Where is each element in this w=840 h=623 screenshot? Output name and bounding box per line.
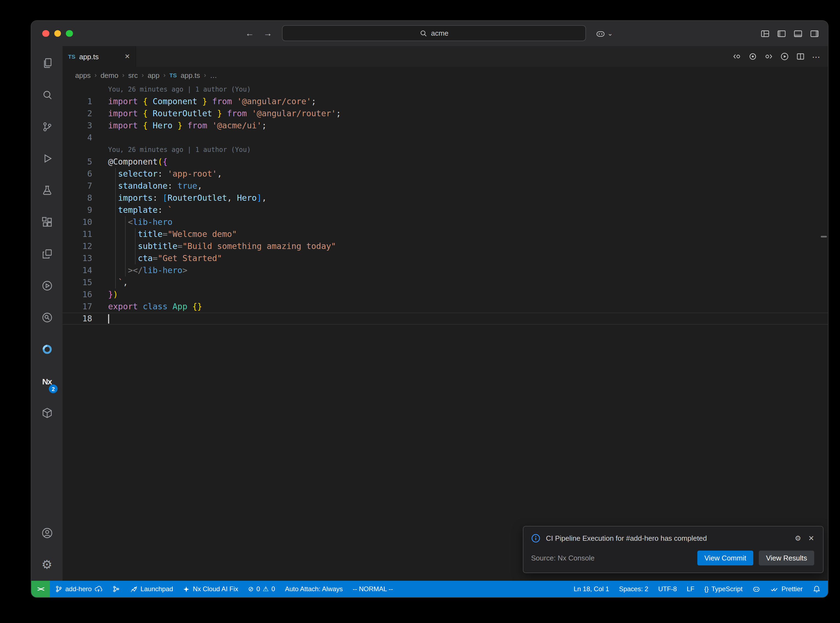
notification-source: Source: Nx Console: [531, 554, 697, 562]
sidebar-item-explorer[interactable]: [31, 47, 63, 79]
text-cursor: [108, 314, 109, 324]
code-text: imports: [RouterOutlet, Hero],: [108, 192, 267, 204]
sidebar-item-testing[interactable]: [31, 174, 63, 206]
sidebar-item-source-control[interactable]: [31, 111, 63, 143]
copilot-status-item[interactable]: [748, 581, 766, 597]
close-tab-icon[interactable]: ✕: [124, 53, 130, 60]
line-number: 5: [63, 156, 92, 168]
notification-close-icon[interactable]: ✕: [808, 534, 814, 542]
sidebar-item-cloud-extension[interactable]: [31, 333, 63, 365]
eol-item[interactable]: LF: [682, 581, 699, 597]
indent-guide: [115, 168, 116, 288]
launchpad-item[interactable]: Launchpad: [125, 581, 178, 597]
nx-badge: 2: [49, 384, 58, 393]
code-text: import { Hero } from '@acme/ui';: [108, 120, 267, 132]
settings-button[interactable]: ⚙: [31, 549, 63, 581]
view-commit-button[interactable]: View Commit: [697, 551, 754, 565]
copilot-menu[interactable]: ⌄: [595, 28, 613, 39]
encoding-item[interactable]: UTF-8: [653, 581, 682, 597]
formatter-item[interactable]: Prettier: [766, 581, 808, 597]
minimize-window-button[interactable]: [54, 30, 61, 37]
sidebar-item-run-tasks[interactable]: [31, 270, 63, 302]
screen: ← → acme ⌄: [0, 0, 840, 623]
zoom-window-button[interactable]: [66, 30, 73, 37]
nx-cloud-ai-fix-label: Nx Cloud AI Fix: [193, 585, 238, 593]
sidebar-item-search[interactable]: [31, 79, 63, 111]
line-number: 17: [63, 301, 92, 313]
code-editor[interactable]: You, 26 minutes ago | 1 author (You)1imp…: [63, 83, 828, 581]
indent-guide: [135, 228, 135, 264]
close-window-button[interactable]: [42, 30, 49, 37]
sidebar-item-containers[interactable]: [31, 397, 63, 429]
code-line: 6 selector: 'app-root',: [63, 168, 828, 180]
code-text: title="Welcmoe demo": [108, 228, 237, 240]
run-file-icon[interactable]: [780, 52, 789, 61]
notification-settings-icon[interactable]: ⚙: [795, 534, 801, 542]
previous-change-icon[interactable]: [733, 52, 741, 61]
eol-label: LF: [686, 585, 694, 593]
indentation-label: Spaces: 2: [619, 585, 648, 593]
windows-overlap-icon: [40, 247, 54, 261]
cube-icon: [40, 407, 54, 419]
code-line: 18: [63, 313, 828, 325]
view-results-button[interactable]: View Results: [759, 551, 814, 565]
code-line: 10 <lib-hero: [63, 216, 828, 228]
breadcrumb-item[interactable]: demo: [100, 71, 118, 79]
toggle-secondary-sidebar-icon[interactable]: [810, 29, 819, 38]
toggle-panel-icon[interactable]: [793, 29, 803, 38]
tab-app-ts[interactable]: TS app.ts ✕: [63, 46, 136, 67]
sidebar-item-extensions[interactable]: [31, 206, 63, 238]
line-number: 9: [63, 204, 92, 216]
formatter-label: Prettier: [782, 585, 803, 593]
chevron-right-icon: ›: [94, 71, 97, 79]
rocket-icon: [130, 585, 138, 593]
toggle-primary-sidebar-icon[interactable]: [777, 29, 786, 38]
play-circle-icon: [40, 279, 54, 292]
breadcrumb-file[interactable]: app.ts: [181, 71, 200, 79]
circle-dot-icon[interactable]: [748, 52, 757, 61]
title-bar: ← → acme ⌄: [31, 21, 828, 46]
remote-icon: ><: [37, 585, 44, 593]
auto-attach-item[interactable]: Auto Attach: Always: [280, 581, 348, 597]
more-actions-icon[interactable]: ⋯: [812, 52, 820, 61]
breadcrumb-item[interactable]: apps: [75, 71, 91, 79]
language-mode-item[interactable]: {} TypeScript: [699, 581, 747, 597]
braces-icon: {}: [704, 585, 709, 593]
line-number: 14: [63, 264, 92, 276]
line-number: 15: [63, 276, 92, 288]
blame-text: You, 26 minutes ago | 1 author (You): [108, 144, 251, 156]
navigate-back-button[interactable]: ←: [244, 29, 255, 38]
nx-cloud-ai-fix-item[interactable]: Nx Cloud AI Fix: [178, 581, 243, 597]
accounts-button[interactable]: [31, 517, 63, 549]
branch-item[interactable]: add-hero: [50, 581, 107, 597]
breadcrumb-item[interactable]: app: [147, 71, 160, 79]
notifications-bell-item[interactable]: [808, 581, 826, 597]
sidebar-item-remote-explorer[interactable]: [31, 238, 63, 270]
typescript-file-icon: TS: [68, 53, 75, 60]
indentation-item[interactable]: Spaces: 2: [614, 581, 653, 597]
customize-layout-icon[interactable]: [760, 29, 770, 38]
code-text: export class App {}: [108, 301, 202, 313]
sidebar-item-inspect[interactable]: [31, 302, 63, 333]
navigate-forward-button[interactable]: →: [262, 29, 273, 38]
breadcrumb-symbol[interactable]: …: [210, 71, 217, 79]
line-number: 7: [63, 180, 92, 192]
breadcrumb-item[interactable]: src: [128, 71, 138, 79]
copilot-icon: [595, 28, 606, 39]
sidebar-item-nx-console[interactable]: Nx 2: [31, 365, 63, 397]
code-line: 8 imports: [RouterOutlet, Hero],: [63, 192, 828, 204]
problems-item[interactable]: ⊘ 0 ⚠ 0: [243, 581, 280, 597]
code-line: 3import { Hero } from '@acme/ui';: [63, 120, 828, 132]
cursor-position-item[interactable]: Ln 18, Col 1: [569, 581, 614, 597]
command-center-search[interactable]: acme: [282, 25, 586, 41]
line-number: 18: [63, 313, 92, 325]
next-change-icon[interactable]: [764, 52, 773, 61]
split-editor-icon[interactable]: [796, 52, 805, 61]
remote-indicator[interactable]: ><: [31, 581, 50, 597]
notification-toast: CI Pipeline Execution for #add-hero has …: [523, 526, 823, 573]
cloud-upload-icon: [94, 585, 103, 593]
code-line: 9 template: `: [63, 204, 828, 216]
commit-graph-button[interactable]: [107, 581, 125, 597]
sidebar-item-run-debug[interactable]: [31, 143, 63, 174]
window-controls: [42, 21, 73, 46]
